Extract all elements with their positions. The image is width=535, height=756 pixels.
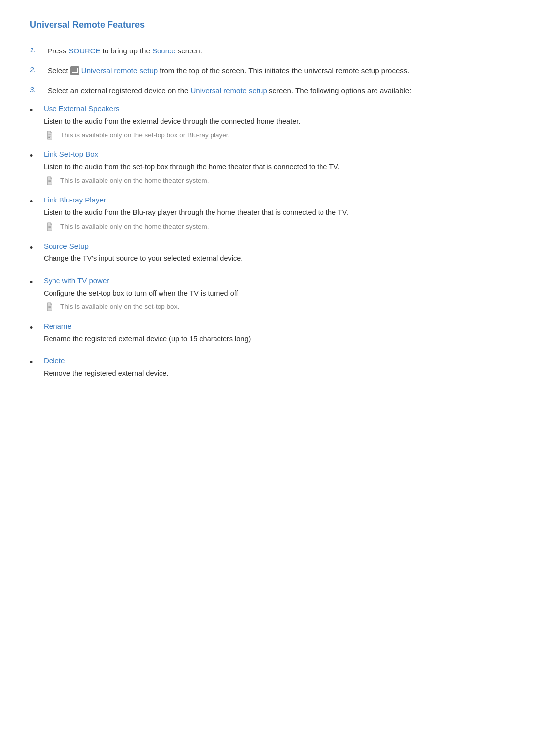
step-2: 2. Select Universal remote setup from th… xyxy=(30,65,505,77)
link-bluray-player-desc: Listen to the audio from the Blu-ray pla… xyxy=(44,207,505,218)
rename-content: Rename Rename the registered external de… xyxy=(44,322,505,348)
delete-content: Delete Remove the registered external de… xyxy=(44,356,505,382)
link-bluray-player-note-row: This is available only on the home theat… xyxy=(46,222,505,233)
step-2-number: 2. xyxy=(30,65,48,74)
step-1-keyword-source2: Source xyxy=(152,47,176,55)
sync-tv-power-note-row: This is available only on the set-top bo… xyxy=(46,302,505,313)
external-speakers-desc: Listen to the audio from the external de… xyxy=(44,116,505,127)
bullet-dot-2: • xyxy=(30,150,44,162)
external-speakers-note: This is available only on the set-top bo… xyxy=(60,130,230,140)
link-set-top-box-content: Link Set-top Box Listen to the audio fro… xyxy=(44,150,505,187)
page-title: Universal Remote Features xyxy=(30,20,505,33)
bullet-dot-1: • xyxy=(30,104,44,117)
step-1-content: Press SOURCE to bring up the Source scre… xyxy=(48,45,505,57)
sync-tv-power-content: Sync with TV power Configure the set-top… xyxy=(44,276,505,313)
delete-title: Delete xyxy=(44,356,505,365)
bullet-dot-3: • xyxy=(30,196,44,208)
link-bluray-player-content: Link Blu-ray Player Listen to the audio … xyxy=(44,196,505,232)
step-3-keyword: Universal remote setup xyxy=(191,86,267,95)
step-1: 1. Press SOURCE to bring up the Source s… xyxy=(30,45,505,57)
link-set-top-box-note-row: This is available only on the home theat… xyxy=(46,176,505,187)
source-setup-desc: Change the TV's input source to your sel… xyxy=(44,253,505,264)
step-3-text-before: Select an external registered device on … xyxy=(48,86,191,95)
list-item-source-setup: • Source Setup Change the TV's input sou… xyxy=(30,242,505,267)
external-speakers-note-row: This is available only on the set-top bo… xyxy=(46,130,505,141)
list-item-delete: • Delete Remove the registered external … xyxy=(30,356,505,382)
steps-list: 1. Press SOURCE to bring up the Source s… xyxy=(30,45,505,97)
external-speakers-content: Use External Speakers Listen to the audi… xyxy=(44,104,505,141)
bullet-dot-5: • xyxy=(30,276,44,289)
link-set-top-box-note: This is available only on the home theat… xyxy=(60,176,209,186)
step-1-text-after: screen. xyxy=(175,47,202,55)
sync-tv-power-desc: Configure the set-top box to turn off wh… xyxy=(44,288,505,299)
step-2-text-before: Select xyxy=(48,66,70,75)
bullet-dot-6: • xyxy=(30,322,44,334)
step-2-keyword: Universal remote setup xyxy=(81,66,158,75)
delete-desc: Remove the registered external device. xyxy=(44,368,505,379)
step-3-content: Select an external registered device on … xyxy=(48,85,505,97)
sync-tv-power-note: This is available only on the set-top bo… xyxy=(60,302,179,312)
note-icon-5 xyxy=(46,302,56,313)
universal-remote-icon xyxy=(70,66,79,75)
link-bluray-player-note: This is available only on the home theat… xyxy=(60,222,209,232)
source-setup-title: Source Setup xyxy=(44,242,505,250)
note-icon-3 xyxy=(46,222,56,233)
features-list: • Use External Speakers Listen to the au… xyxy=(30,104,505,382)
list-item-rename: • Rename Rename the registered external … xyxy=(30,322,505,348)
rename-title: Rename xyxy=(44,322,505,330)
link-set-top-box-desc: Listen to the audio from the set-top box… xyxy=(44,161,505,173)
rename-desc: Rename the registered external device (u… xyxy=(44,333,505,345)
step-3-text-after: screen. The following options are availa… xyxy=(267,86,412,95)
step-1-text-before: Press xyxy=(48,47,69,55)
step-1-number: 1. xyxy=(30,45,48,54)
source-setup-content: Source Setup Change the TV's input sourc… xyxy=(44,242,505,267)
note-icon-1 xyxy=(46,131,56,141)
step-2-text-after: from the top of the screen. This initiat… xyxy=(158,66,409,75)
step-3: 3. Select an external registered device … xyxy=(30,85,505,97)
bullet-dot-7: • xyxy=(30,356,44,369)
step-1-keyword-source: SOURCE xyxy=(69,47,101,55)
note-icon-2 xyxy=(46,176,56,187)
step-3-number: 3. xyxy=(30,85,48,94)
sync-tv-power-title: Sync with TV power xyxy=(44,276,505,285)
external-speakers-title: Use External Speakers xyxy=(44,104,505,113)
step-1-text-mid: to bring up the xyxy=(101,47,152,55)
list-item-external-speakers: • Use External Speakers Listen to the au… xyxy=(30,104,505,141)
list-item-link-set-top-box: • Link Set-top Box Listen to the audio f… xyxy=(30,150,505,187)
list-item-link-bluray-player: • Link Blu-ray Player Listen to the audi… xyxy=(30,196,505,232)
step-2-content: Select Universal remote setup from the t… xyxy=(48,65,505,77)
list-item-sync-tv-power: • Sync with TV power Configure the set-t… xyxy=(30,276,505,313)
link-set-top-box-title: Link Set-top Box xyxy=(44,150,505,158)
bullet-dot-4: • xyxy=(30,242,44,254)
link-bluray-player-title: Link Blu-ray Player xyxy=(44,196,505,204)
